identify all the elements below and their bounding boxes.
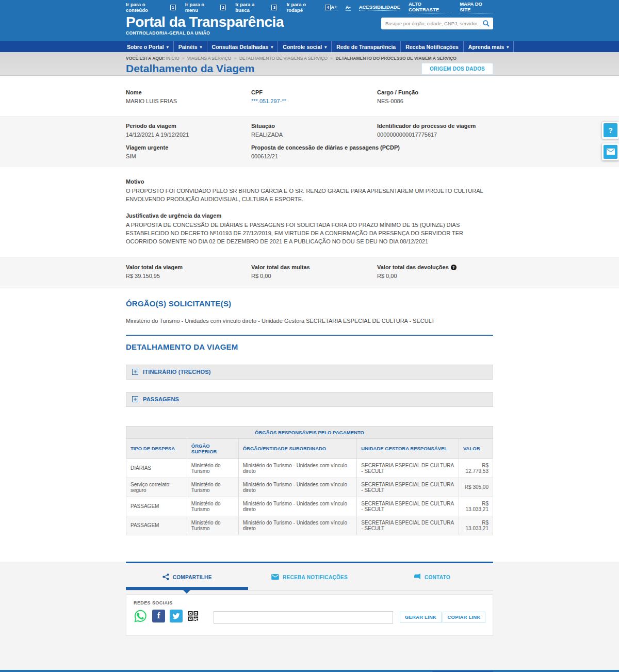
whatsapp-icon[interactable] [134, 609, 148, 623]
cell-unidade-gestora: SECRETARIA ESPECIAL DE CULTURA - SECULT [357, 516, 459, 535]
field-valor-total-viagem: Valor total da viagem R$ 39.150,95 [126, 264, 251, 279]
field-nome: Nome MARIO LUIS FRIAS [126, 89, 251, 104]
skip-link-content[interactable]: Ir para o conteúdo 1 [126, 2, 176, 13]
field-label: Valor total das devoluções [377, 264, 449, 270]
breadcrumb-prefix: VOCÊ ESTÁ AQUI: [126, 56, 165, 61]
col-header-orgao-superior: ÓRGÃO SUPERIOR [187, 438, 238, 458]
megaphone-icon [414, 573, 421, 581]
nav-rede-de-transparencia[interactable]: Rede de Transparência [332, 41, 401, 52]
font-increase-button[interactable]: A+ [331, 4, 337, 11]
tab-contato[interactable]: CONTATO [371, 563, 493, 587]
orgaos-pagamento-table: ÓRGÃOS RESPONSÁVEIS PELO PAGAMENTO TIPO … [126, 426, 493, 535]
skip-link-footer[interactable]: Ir para o rodapé 4 [286, 2, 331, 13]
font-decrease-button[interactable]: A- [346, 4, 351, 11]
accordion-itinerario[interactable]: ITINERÁRIO (TRECHOS) [126, 365, 493, 380]
cell-orgao-entidade: Ministério do Turismo - Unidades com vín… [238, 497, 357, 516]
twitter-icon[interactable] [170, 610, 183, 622]
qr-code-icon[interactable] [187, 610, 199, 622]
nav-label: Controle social [283, 44, 322, 50]
facebook-icon[interactable]: f [152, 610, 165, 622]
col-header-valor: VALOR [459, 438, 493, 458]
accordion-passagens[interactable]: PASSAGENS [126, 392, 493, 407]
copiar-link-button[interactable]: COPIAR LINK [443, 612, 485, 623]
breadcrumb-link-detalhamento[interactable]: DETALHAMENTO DE VIAGENS A SERVIÇO [239, 56, 328, 61]
skip-links: Ir para o conteúdo 1 Ir para o menu 2 Ir… [126, 2, 331, 13]
cell-orgao-superior: Ministério do Turismo [187, 478, 238, 497]
tab-receba-notificacoes[interactable]: RECEBA NOTIFICAÇÕES [248, 563, 370, 587]
cell-orgao-entidade: Ministério do Turismo - Unidades com vín… [238, 516, 357, 535]
accessibility-bar: Ir para o conteúdo 1 Ir para o menu 2 Ir… [0, 0, 619, 14]
orgaos-solicitantes-heading: ÓRGÃO(S) SOLICITANTE(S) [126, 299, 493, 308]
field-label: Identificador do processo de viagem [377, 123, 493, 129]
key-badge: 3 [271, 5, 277, 10]
side-card: ? [602, 122, 619, 139]
accordion-label: ITINERÁRIO (TRECHOS) [143, 369, 211, 375]
field-value: MARIO LUIS FRIAS [126, 98, 251, 104]
cell-unidade-gestora: SECRETARIA ESPECIAL DE CULTURA - SECULT [357, 497, 459, 516]
nav-label: Receba Notificações [405, 44, 459, 50]
field-value: SIM [126, 153, 251, 159]
nav-label: Rede de Transparência [336, 44, 396, 50]
justificativa-block: Justificativa de urgência da viagem A PR… [126, 212, 493, 246]
high-contrast-link[interactable]: ALTO CONTRASTE [409, 1, 451, 13]
sitemap-link[interactable]: MAPA DO SITE [460, 1, 493, 13]
search-input[interactable] [385, 21, 482, 26]
nav-sobre-o-portal[interactable]: Sobre o Portal [126, 41, 174, 52]
skip-link-menu[interactable]: Ir para o menu 2 [185, 2, 226, 13]
field-label: Nome [126, 89, 251, 95]
skip-link-label: Ir para o menu [185, 2, 218, 13]
field-label: CPF [251, 89, 377, 95]
share-icon [162, 573, 169, 581]
contact-button[interactable] [604, 145, 617, 159]
gerar-link-button[interactable]: GERAR LINK [400, 612, 442, 623]
nav-aprenda-mais[interactable]: Aprenda mais [464, 41, 514, 52]
field-value: 000612/21 [251, 153, 493, 159]
field-periodo-viagem: Período da viagem 14/12/2021 A 19/12/202… [126, 123, 251, 138]
cell-tipo: PASSAGEM [126, 497, 187, 516]
field-label: Viagem urgente [126, 144, 251, 151]
skip-link-search[interactable]: Ir para a busca 3 [235, 2, 277, 13]
main-content: Nome MARIO LUIS FRIAS CPF ***.051.297-**… [0, 76, 619, 535]
nav-label: Sobre o Portal [127, 44, 164, 50]
field-cargo-funcao: Cargo / Função NES-0086 [377, 89, 493, 104]
floating-side-widget: ? [602, 122, 619, 160]
tab-compartilhe[interactable]: COMPARTILHE [126, 563, 248, 587]
table-row: PASSAGEM Ministério do Turismo Ministéri… [126, 516, 493, 535]
origem-dos-dados-button[interactable]: ORIGEM DOS DADOS [421, 63, 493, 75]
motivo-label: Motivo [126, 178, 493, 185]
tab-label: COMPARTILHE [173, 575, 212, 580]
col-header-orgao-entidade: ÓRGÃO/ENTIDADE SUBORDINADO [238, 438, 357, 458]
field-value: REALIZADA [251, 132, 377, 138]
cell-unidade-gestora: SECRETARIA ESPECIAL DE CULTURA - SECULT [357, 458, 459, 478]
help-button[interactable]: ? [604, 123, 617, 137]
share-link-input[interactable] [214, 611, 393, 624]
plus-square-icon [132, 369, 138, 375]
justificativa-text: A PROPOSTA DE CONCESSÃO DE DIÁRIAS E PAS… [126, 221, 493, 246]
tab-label: CONTATO [425, 575, 450, 580]
search-icon[interactable] [482, 20, 490, 27]
breadcrumb-link-inicio[interactable]: INÍCIO [166, 56, 180, 61]
table-row: DIÁRIAS Ministério do Turismo Ministério… [126, 458, 493, 478]
field-label: Valor total da viagem [126, 264, 251, 270]
breadcrumb-link-viagens[interactable]: VIAGENS A SERVIÇO [187, 56, 231, 61]
nav-receba-notificacoes[interactable]: Receba Notificações [401, 41, 464, 52]
skip-link-label: Ir para a busca [235, 2, 269, 13]
field-pcdp: Proposta de concessão de diárias e passa… [251, 144, 493, 159]
nav-paineis[interactable]: Painéis [174, 41, 207, 52]
cell-orgao-entidade: Ministério do Turismo - Unidades com vín… [238, 478, 357, 497]
key-badge: 1 [170, 5, 176, 10]
cpf-link[interactable]: ***.051.297-** [251, 98, 377, 104]
breadcrumb-separator: » [234, 56, 237, 61]
plus-square-icon [132, 396, 138, 402]
cell-valor: R$ 305,00 [459, 478, 493, 497]
help-icon[interactable]: ? [451, 265, 457, 270]
side-card [602, 143, 619, 160]
share-card: REDES SOCIAIS f [126, 594, 493, 636]
breadcrumb-separator: » [330, 56, 333, 61]
site-subtitle: CONTROLADORIA-GERAL DA UNIÃO [126, 30, 493, 36]
orgao-solicitante-text: Ministério do Turismo - Unidades com vín… [126, 318, 493, 324]
nav-controle-social[interactable]: Controle social [278, 41, 332, 52]
accessibility-link[interactable]: ACESSIBILIDADE [359, 4, 400, 11]
tab-track [126, 587, 493, 591]
nav-consultas-detalhadas[interactable]: Consultas Detalhadas [207, 41, 279, 52]
